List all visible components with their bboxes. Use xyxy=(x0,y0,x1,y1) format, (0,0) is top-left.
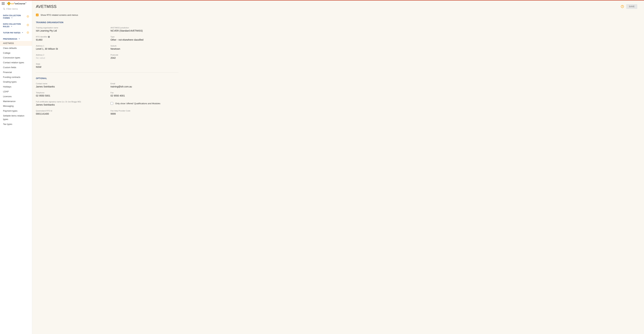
sidebar-group-title: PREFERENCES xyxy=(3,38,20,40)
show-rto-checkbox[interactable] xyxy=(36,14,38,16)
sidebar-item-contact-relation-types[interactable]: Contact relation types xyxy=(0,60,32,65)
value-postcode: 2042 xyxy=(110,57,178,59)
field-email[interactable]: Email training@ish.com.au xyxy=(110,83,178,88)
field-type[interactable]: Type Other - not elsewhere classified xyxy=(110,36,178,41)
search-icon xyxy=(3,8,5,10)
field-org-name[interactable]: Training organisation name Ish Learning … xyxy=(36,27,104,32)
label-contact-name: Contact name xyxy=(36,83,104,85)
sidebar-item-sellable-items-relation-types[interactable]: Sellable items relation types xyxy=(0,113,32,122)
field-jurisdiction[interactable]: AVETMISS jurisdiction NCVER (Standard AV… xyxy=(110,27,178,32)
value-address1: Level 1, 30 Wilson St xyxy=(36,48,104,50)
brand-logo: ish®onCourse™ xyxy=(8,2,26,5)
save-button[interactable]: SAVE xyxy=(626,4,637,9)
help-icon[interactable]: ? xyxy=(621,5,624,8)
value-email: training@ish.com.au xyxy=(110,85,178,88)
sidebar-item-tax-types[interactable]: Tax types xyxy=(0,122,32,127)
value-fee-help: 9999 xyxy=(110,112,178,115)
value-contact-name: James Swinbanks xyxy=(36,85,104,88)
field-suburb[interactable]: Suburb Newtown xyxy=(110,45,178,50)
only-offered-checkbox[interactable] xyxy=(110,102,113,105)
brand-oncourse: onCourse xyxy=(15,2,25,5)
show-rto-row[interactable]: Show RTO related screens and menus xyxy=(36,14,637,16)
section-optional-title: OPTIONAL xyxy=(36,77,637,80)
value-address2: No value xyxy=(36,57,104,59)
only-offered-row[interactable]: Only show 'offered' Qualifications and M… xyxy=(110,101,178,106)
value-signatory: James Swinbanks xyxy=(36,103,104,106)
field-fee-help[interactable]: Fee Help Provider Code 9999 xyxy=(110,110,178,115)
brand-tm: ™ xyxy=(25,2,26,4)
add-icon[interactable] xyxy=(27,15,29,18)
sidebar-item-payment-types[interactable]: Payment types xyxy=(0,109,32,113)
label-email: Email xyxy=(110,83,178,85)
sidebar: ish®onCourse™ DATA COLLECTION FORMS DATA… xyxy=(0,1,32,334)
label-telephone: Telephone xyxy=(36,92,104,94)
menu-icon[interactable] xyxy=(2,2,5,5)
sidebar-group-title: DATA COLLECTION RULES xyxy=(3,23,27,28)
section-divider xyxy=(36,72,178,73)
brand-ish: ish xyxy=(11,2,14,5)
value-jurisdiction: NCVER (Standard AVETMISS) xyxy=(110,29,178,32)
field-address2[interactable]: Address 2 No value xyxy=(36,54,104,59)
sidebar-item-grading-types[interactable]: Grading types xyxy=(0,80,32,84)
value-telephone: 02 9550 5001 xyxy=(36,94,104,97)
sidebar-item-concession-types[interactable]: Concession types xyxy=(0,55,32,60)
sidebar-group-0[interactable]: DATA COLLECTION FORMS xyxy=(0,14,32,20)
sidebar-item-class-defaults[interactable]: Class defaults xyxy=(0,46,32,51)
sidebar-item-avetmiss[interactable]: AVETMISS xyxy=(0,41,32,46)
field-address1[interactable]: Address 1 Level 1, 30 Wilson St xyxy=(36,45,104,50)
field-rto-id[interactable]: RTO Identifier? 91460 xyxy=(36,36,104,41)
label-signatory: Full certificates signatory name (i.e. D… xyxy=(36,101,104,103)
sidebar-group-1[interactable]: DATA COLLECTION RULES xyxy=(0,22,32,29)
chevron-up-icon xyxy=(22,32,23,34)
field-telephone[interactable]: Telephone 02 9550 5001 xyxy=(36,92,104,97)
add-icon[interactable] xyxy=(27,31,29,35)
chevron-up-icon xyxy=(11,25,12,28)
value-org-name: Ish Learning Pty Ltd xyxy=(36,29,104,32)
sidebar-item-licences[interactable]: Licences xyxy=(0,94,32,99)
sidebar-item-holidays[interactable]: Holidays xyxy=(0,84,32,89)
field-state[interactable]: State NSW xyxy=(36,63,104,68)
chevron-down-icon xyxy=(18,38,20,40)
show-rto-label: Show RTO related screens and menus xyxy=(40,14,78,16)
filter-row xyxy=(0,6,32,13)
sidebar-group-3[interactable]: PREFERENCES xyxy=(0,37,32,41)
label-rto-id: RTO Identifier? xyxy=(36,36,104,38)
sidebar-item-funding-contracts[interactable]: Funding contracts xyxy=(0,75,32,80)
page-title: AVETMISS xyxy=(36,4,57,9)
sidebar-item-custom-fields[interactable]: Custom fields xyxy=(0,65,32,70)
svg-point-0 xyxy=(3,8,5,10)
value-state: NSW xyxy=(36,66,104,68)
main-content: AVETMISS ? SAVE Show RTO related screens… xyxy=(32,1,644,334)
label-postcode: Postcode xyxy=(110,54,178,56)
label-org-name: Training organisation name xyxy=(36,27,104,29)
logo-diamond-icon xyxy=(7,2,11,6)
section-training-org-title: TRAINING ORGANISATION xyxy=(36,21,637,24)
label-fax: Fax xyxy=(110,92,178,94)
sidebar-group-title: TUTOR PAY RATES xyxy=(3,32,23,34)
label-state: State xyxy=(36,63,104,65)
value-qld-rto: 0001141400 xyxy=(36,112,104,115)
value-fax: 02 9550 4001 xyxy=(110,94,178,97)
field-qld-rto[interactable]: Queensland RTO id 0001141400 xyxy=(36,110,104,115)
sidebar-item-ldap[interactable]: LDAP xyxy=(0,89,32,94)
label-address2: Address 2 xyxy=(36,54,104,56)
field-fax[interactable]: Fax 02 9550 4001 xyxy=(110,92,178,97)
label-type: Type xyxy=(110,36,178,38)
label-qld-rto: Queensland RTO id xyxy=(36,110,104,112)
field-postcode[interactable]: Postcode 2042 xyxy=(110,54,178,59)
filter-input[interactable] xyxy=(6,8,29,10)
sidebar-group-title: DATA COLLECTION FORMS xyxy=(3,14,27,20)
label-fee-help: Fee Help Provider Code xyxy=(110,110,178,112)
value-type: Other - not elsewhere classified xyxy=(110,39,178,41)
sidebar-group-2[interactable]: TUTOR PAY RATES xyxy=(0,31,32,35)
field-signatory[interactable]: Full certificates signatory name (i.e. D… xyxy=(36,101,104,106)
brand-divider xyxy=(6,2,6,5)
sidebar-item-college[interactable]: College xyxy=(0,51,32,56)
add-icon[interactable] xyxy=(27,24,29,27)
sidebar-item-maintenance[interactable]: Maintenance xyxy=(0,99,32,104)
field-contact-name[interactable]: Contact name James Swinbanks xyxy=(36,83,104,88)
sidebar-item-messaging[interactable]: Messaging xyxy=(0,104,32,109)
info-icon[interactable]: ? xyxy=(48,36,50,38)
sidebar-item-financial[interactable]: Financial xyxy=(0,70,32,75)
label-jurisdiction: AVETMISS jurisdiction xyxy=(110,27,178,29)
